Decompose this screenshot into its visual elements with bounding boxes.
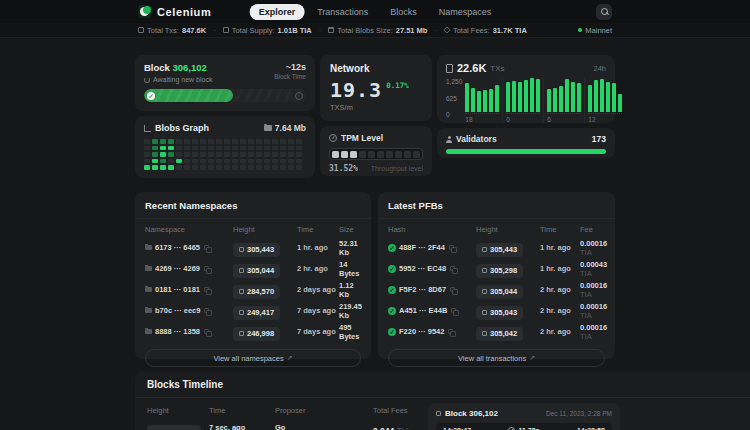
tx-hash-cell[interactable]: 5952 ··· EC48 — [388, 264, 476, 273]
blob-cell — [168, 159, 174, 164]
network-indicator[interactable]: Mainnet — [578, 26, 612, 35]
pfb-row[interactable]: A451 ··· E44B305,0432 hr. ago0.00016 TIA — [388, 300, 605, 321]
height-pill[interactable]: 305,042 — [476, 327, 523, 341]
block-detail-panel[interactable]: Block 306,102 Dec 11, 2023, 2:28 PM 14:2… — [428, 403, 620, 430]
height-value: 305,043 — [490, 308, 517, 317]
tpm-level-card[interactable]: TPM Level 31.52% Throughput level — [320, 126, 432, 176]
height-pill[interactable]: 246,998 — [233, 327, 280, 341]
copy-icon[interactable] — [204, 287, 209, 292]
view-all-namespaces-label: View all namespaces — [213, 354, 283, 363]
block-card[interactable]: Block 306,102 Awaiting new block ~12s Bl… — [135, 55, 315, 111]
height-pill[interactable]: 305,443 — [233, 243, 280, 257]
blobs-graph-card[interactable]: Blobs Graph 7.64 Mb — [135, 116, 315, 178]
stat-label: Total Supply: — [232, 26, 275, 35]
size-cell: 219.45 Kb — [339, 302, 362, 320]
txs-range[interactable]: 24h — [593, 64, 606, 73]
timeline-row[interactable]: ✓ 306,102 7 sec. ago Dec 11, 2:28 PM Go … — [147, 421, 427, 430]
bar — [571, 82, 575, 112]
namespace-id[interactable]: 6173 ··· 6465 — [145, 243, 233, 252]
block-number[interactable]: 306,102 — [173, 62, 207, 73]
stat-value: 27.51 Mb — [396, 26, 428, 35]
nav-item-namespaces[interactable]: Namespaces — [430, 4, 501, 20]
namespace-hash: 8888 ··· 1358 — [155, 327, 200, 336]
time-cell: 2 hr. ago — [540, 285, 580, 294]
blob-cell — [248, 146, 254, 151]
folder-icon — [145, 245, 152, 250]
success-check-icon — [388, 286, 396, 294]
tx-hash-cell[interactable]: 488F ··· 2F44 — [388, 243, 476, 252]
height-pill[interactable]: 305,044 — [476, 285, 523, 299]
column-header: Height — [233, 225, 297, 234]
tpm-segment — [359, 151, 367, 158]
copy-icon[interactable] — [450, 266, 455, 271]
tx-hash-cell[interactable]: F220 ··· 9542 — [388, 327, 476, 336]
network-card[interactable]: Network 19.3 0.17% TXS/m — [320, 55, 432, 121]
bar — [612, 83, 616, 112]
timeline-proposer[interactable]: Go — [275, 423, 373, 430]
stat-value: 847.6K — [182, 26, 206, 35]
txs-chart-card[interactable]: 22.6K TXs 24h 1,2506250 180612 — [437, 55, 615, 123]
bar-group-12: 12 — [584, 78, 625, 123]
copy-icon[interactable] — [204, 329, 209, 334]
blob-cell — [184, 139, 190, 144]
nav-item-blocks[interactable]: Blocks — [381, 4, 426, 20]
copy-icon[interactable] — [450, 287, 455, 292]
copy-icon[interactable] — [204, 308, 209, 313]
bar — [524, 80, 528, 112]
namespace-id[interactable]: 0181 ··· 0181 — [145, 285, 233, 294]
view-all-transactions-button[interactable]: View all transactions ↗ — [388, 349, 605, 367]
namespace-row[interactable]: 0181 ··· 0181284,5702 days ago1.12 Kb — [145, 279, 361, 300]
pfb-row[interactable]: 488F ··· 2F44305,4431 hr. ago0.00016 TIA — [388, 237, 605, 258]
copy-icon[interactable] — [449, 245, 454, 250]
bar — [553, 88, 557, 112]
blob-cell — [296, 159, 302, 164]
height-pill[interactable]: 284,570 — [233, 285, 280, 299]
tx-hash: F5F2 ··· 8D67 — [399, 285, 446, 294]
copy-icon[interactable] — [448, 329, 453, 334]
pfb-row[interactable]: F220 ··· 9542305,0422 hr. ago0.00016 TIA — [388, 321, 605, 342]
block-height-pill[interactable]: ✓ 306,102 — [147, 425, 201, 430]
namespace-row[interactable]: 6173 ··· 6465305,4431 hr. ago52.31 Kb — [145, 237, 361, 258]
copy-icon[interactable] — [204, 266, 209, 271]
namespace-id[interactable]: 8888 ··· 1358 — [145, 327, 233, 336]
blob-cell — [200, 152, 206, 157]
search-button[interactable] — [596, 4, 612, 20]
time-cell: 7 days ago — [297, 327, 339, 336]
size-cell: 14 Bytes — [339, 260, 361, 278]
pfb-row[interactable]: F5F2 ··· 8D67305,0442 hr. ago0.00016 TIA — [388, 279, 605, 300]
copy-icon[interactable] — [204, 245, 209, 250]
blob-cell — [152, 165, 158, 170]
height-pill[interactable]: 305,298 — [476, 264, 523, 278]
copy-icon[interactable] — [451, 308, 456, 313]
chart-icon — [144, 125, 151, 132]
height-pill[interactable]: 305,043 — [476, 306, 523, 320]
namespace-id[interactable]: b70c ··· eec9 — [145, 306, 233, 315]
bar-group-6: 6 — [543, 78, 584, 123]
validators-card[interactable]: Validators 173 — [437, 128, 615, 158]
pfbs-title: Latest PFBs — [378, 192, 615, 219]
height-pill[interactable]: 249,417 — [233, 306, 280, 320]
person-icon — [446, 136, 452, 142]
blob-cell — [232, 159, 238, 164]
pfb-row[interactable]: 5952 ··· EC48305,2981 hr. ago0.00043 TIA — [388, 258, 605, 279]
tx-hash-cell[interactable]: F5F2 ··· 8D67 — [388, 285, 476, 294]
namespace-row[interactable]: 8888 ··· 1358246,9987 days ago495 Bytes — [145, 321, 361, 342]
namespace-id[interactable]: 4269 ··· 4269 — [145, 264, 233, 273]
height-value: 246,998 — [247, 329, 274, 338]
namespace-row[interactable]: 4269 ··· 4269305,0442 hr. ago14 Bytes — [145, 258, 361, 279]
fee-cell: 0.00016 TIA — [580, 281, 607, 299]
view-all-namespaces-button[interactable]: View all namespaces ↗ — [145, 349, 361, 367]
blob-cell — [288, 159, 294, 164]
height-pill[interactable]: 305,443 — [476, 243, 523, 257]
celenium-logo-icon — [138, 5, 151, 18]
blob-cell — [192, 165, 198, 170]
nav-item-transactions[interactable]: Transactions — [308, 4, 377, 20]
bar — [565, 79, 569, 112]
brand[interactable]: Celenium — [138, 5, 211, 18]
height-pill[interactable]: 305,044 — [233, 264, 280, 278]
namespace-row[interactable]: b70c ··· eec9249,4177 days ago219.45 Kb — [145, 300, 361, 321]
blob-cell — [280, 139, 286, 144]
nav-item-explorer[interactable]: Explorer — [250, 4, 305, 20]
tx-hash-cell[interactable]: A451 ··· E44B — [388, 306, 476, 315]
blob-cell — [264, 146, 270, 151]
